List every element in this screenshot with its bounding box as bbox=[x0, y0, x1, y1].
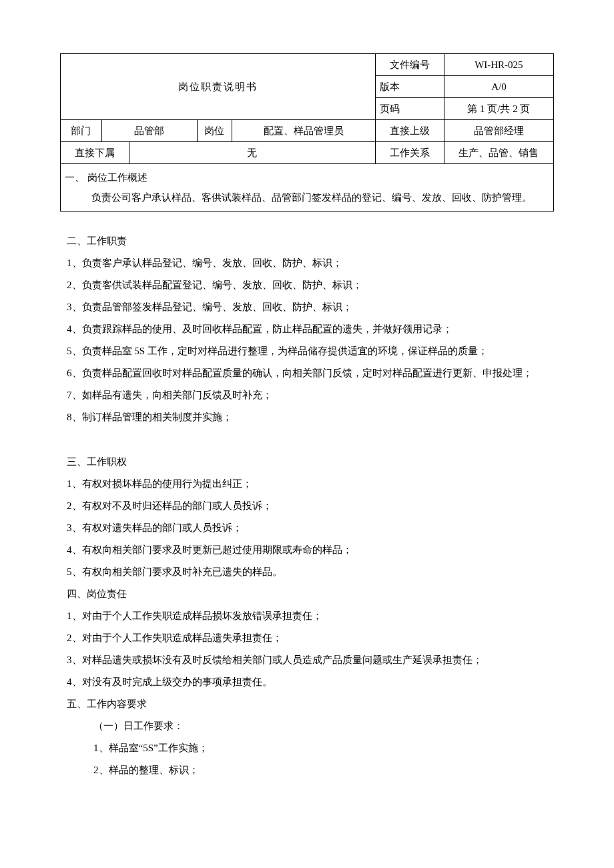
dept-value: 品管部 bbox=[101, 120, 198, 142]
page-value: 第 1 页/共 2 页 bbox=[444, 98, 553, 120]
s5-sub1-item: 1、样品室“5S”工作实施； bbox=[67, 737, 547, 759]
subordinate-label: 直接下属 bbox=[61, 142, 129, 164]
s2-item: 8、制订样品管理的相关制度并实施； bbox=[67, 406, 547, 428]
page-label: 页码 bbox=[376, 98, 444, 120]
s3-item: 2、有权对不及时归还样品的部门或人员投诉； bbox=[67, 495, 547, 517]
supervisor-label: 直接上级 bbox=[376, 120, 444, 142]
relation-value: 生产、品管、销售 bbox=[444, 142, 553, 164]
position-label: 岗位 bbox=[198, 120, 232, 142]
doc-no-label: 文件编号 bbox=[376, 54, 444, 76]
s2-item: 1、负责客户承认样品登记、编号、发放、回收、防护、标识； bbox=[67, 252, 547, 274]
relation-label: 工作关系 bbox=[376, 142, 444, 164]
s2-item: 5、负责样品室 5S 工作，定时对样品进行整理，为样品储存提供适宜的环境，保证样… bbox=[67, 340, 547, 362]
position-value: 配置、样品管理员 bbox=[232, 120, 376, 142]
s2-item: 2、负责客供试装样品配置登记、编号、发放、回收、防护、标识； bbox=[67, 274, 547, 296]
section-5-title: 五、工作内容要求 bbox=[67, 693, 547, 715]
dept-label: 部门 bbox=[61, 120, 102, 142]
s4-item: 4、对没有及时完成上级交办的事项承担责任。 bbox=[67, 671, 547, 693]
subordinate-value: 无 bbox=[129, 142, 376, 164]
s2-item: 6、负责样品配置回收时对样品配置质量的确认，向相关部门反馈，定时对样品配置进行更… bbox=[67, 362, 547, 384]
section-3-title: 三、工作职权 bbox=[67, 451, 547, 473]
document-title: 岗位职责说明书 bbox=[61, 54, 376, 120]
s3-item: 4、有权向相关部门要求及时更新已超过使用期限或寿命的样品； bbox=[67, 539, 547, 561]
body-content: 二、工作职责 1、负责客户承认样品登记、编号、发放、回收、防护、标识； 2、负责… bbox=[60, 230, 554, 781]
section-4-title: 四、岗位责任 bbox=[67, 583, 547, 605]
header-table: 岗位职责说明书 文件编号 WI-HR-025 版本 A/0 页码 第 1 页/共… bbox=[60, 53, 554, 211]
s2-item: 3、负责品管部签发样品登记、编号、发放、回收、防护、标识； bbox=[67, 296, 547, 318]
s4-item: 3、对样品遗失或损坏没有及时反馈给相关部门或人员造成产品质量问题或生产延误承担责… bbox=[67, 649, 547, 671]
overview-heading: 一、 岗位工作概述 bbox=[65, 169, 549, 185]
overview-cell: 一、 岗位工作概述 负责公司客户承认样品、客供试装样品、品管部门签发样品的登记、… bbox=[61, 164, 554, 211]
s3-item: 1、有权对损坏样品的使用行为提出纠正； bbox=[67, 473, 547, 495]
s4-item: 2、对由于个人工作失职造成样品遗失承担责任； bbox=[67, 627, 547, 649]
document-page: 岗位职责说明书 文件编号 WI-HR-025 版本 A/0 页码 第 1 页/共… bbox=[0, 0, 614, 868]
section-2-title: 二、工作职责 bbox=[67, 230, 547, 252]
s3-item: 3、有权对遗失样品的部门或人员投诉； bbox=[67, 517, 547, 539]
s4-item: 1、对由于个人工作失职造成样品损坏发放错误承担责任； bbox=[67, 605, 547, 627]
version-label: 版本 bbox=[376, 76, 444, 98]
s5-sub1-item: 2、样品的整理、标识； bbox=[67, 759, 547, 781]
s2-item: 7、如样品有遗失，向相关部门反馈及时补充； bbox=[67, 384, 547, 406]
s2-item: 4、负责跟踪样品的使用、及时回收样品配置，防止样品配置的遗失，并做好领用记录； bbox=[67, 318, 547, 340]
version-value: A/0 bbox=[444, 76, 553, 98]
supervisor-value: 品管部经理 bbox=[444, 120, 553, 142]
s5-sub1: （一）日工作要求： bbox=[67, 715, 547, 737]
doc-no-value: WI-HR-025 bbox=[444, 54, 553, 76]
s3-item: 5、有权向相关部门要求及时补充已遗失的样品。 bbox=[67, 561, 547, 583]
overview-text: 负责公司客户承认样品、客供试装样品、品管部门签发样品的登记、编号、发放、回收、防… bbox=[65, 189, 549, 205]
